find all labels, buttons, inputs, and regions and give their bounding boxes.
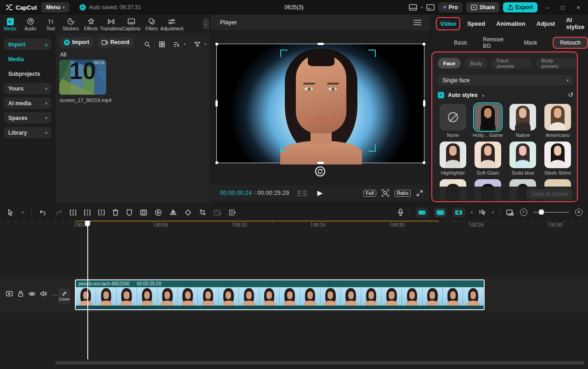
filter-icon[interactable] [194,42,200,47]
tab-media[interactable]: ▶ Media [0,17,20,31]
menu-button[interactable]: Menu ▾ [41,2,69,12]
horizontal-scrollbar[interactable] [55,361,584,364]
layout-chevron-icon[interactable]: ▾ [421,6,423,10]
tab-adjust[interactable]: Adjust [537,20,555,27]
tab-transitions[interactable]: Transitions [101,17,121,31]
preset-native[interactable]: Native [508,104,538,138]
crop-icon[interactable] [199,209,206,216]
sidebar-item-media[interactable]: Media [4,53,51,65]
play-button[interactable]: ▶ [317,189,323,197]
pill-face[interactable]: Face [438,58,461,68]
sidebar-item-spaces[interactable]: Spaces ▾ [4,112,51,124]
chevron-down-icon[interactable]: ▾ [184,42,186,46]
link-clips-button[interactable] [452,208,465,217]
preset-soda-blue[interactable]: Soda blue [508,142,538,176]
transform-handle[interactable] [215,100,218,107]
filter-all-label[interactable]: All [60,51,66,58]
transform-handle[interactable] [215,43,218,45]
auto-styles-checkbox[interactable]: ✓ [438,92,444,98]
tab-effects[interactable]: Effects [81,17,101,31]
tab-filters[interactable]: Filters [141,17,162,31]
media-clip-thumbnail[interactable]: 10 00:15 [59,60,106,95]
tab-ai-stylize[interactable]: AI stylize [566,17,588,30]
mirror-icon[interactable] [170,209,177,216]
delete-icon[interactable] [113,209,119,216]
sidebar-item-library[interactable]: Library ▾ [4,127,51,138]
trim-right-icon[interactable] [98,209,105,216]
undo-icon[interactable] [40,210,47,216]
subtab-remove-bg[interactable]: Remove BG [483,36,508,49]
reset-icon[interactable]: ↺ [568,91,573,98]
tab-stickers[interactable]: Stickers [61,17,81,31]
playhead-line[interactable] [87,221,88,359]
minimize-button[interactable]: – [541,4,553,11]
zoom-slider-knob[interactable] [539,210,544,215]
subtab-basic[interactable]: Basic [454,40,467,46]
close-button[interactable]: × [572,4,584,11]
click-select-icon[interactable] [479,209,486,216]
trim-left-icon[interactable] [84,209,90,216]
sidebar-item-yours[interactable]: Yours ▾ [4,83,51,94]
preset-americano[interactable]: Americano [543,104,573,138]
preview-zoom-icon[interactable] [382,189,389,197]
zoom-out-icon[interactable]: − [520,209,527,216]
tab-speed[interactable]: Speed [467,20,485,27]
tab-captions[interactable]: Captions [121,17,141,31]
chevron-down-icon[interactable]: ▾ [492,210,494,215]
grid-view-icon[interactable] [159,41,165,47]
chevron-down-icon[interactable]: ▾ [471,210,473,215]
layout-panels-icon[interactable] [409,4,417,11]
tab-audio[interactable]: Audio [20,17,40,31]
sidebar-item-ai-media[interactable]: AI media ▾ [4,97,51,109]
preset-soft-glam[interactable]: Soft Glam [473,142,503,176]
overlay-icon[interactable] [140,210,147,216]
export-button[interactable]: Export [503,2,537,12]
transform-handle[interactable] [423,161,425,164]
tab-video[interactable]: Video [440,20,456,27]
transform-handle[interactable] [317,43,324,45]
timeline[interactable]: 00:00 00:05 00:10 00:15 00:20 00:25 00:3… [0,221,588,369]
select-tool-icon[interactable] [7,209,14,216]
cover-button[interactable]: Cover [58,288,71,304]
pill-body-presets[interactable]: Body presets [536,58,577,68]
pill-face-presets[interactable]: Face presets [491,58,532,68]
pro-button[interactable]: ♥ Pro [438,2,462,12]
preview-axis-icon[interactable] [506,209,514,216]
video-preview[interactable] [216,44,424,163]
magnetic-snap-button[interactable] [416,208,428,217]
collapse-icon[interactable]: ▲ [481,93,485,97]
record-button[interactable]: Record [97,37,133,48]
speed-icon[interactable] [155,209,162,216]
mask-icon[interactable] [126,209,132,216]
split-icon[interactable] [70,209,76,216]
maximize-button[interactable]: □ [557,4,569,11]
compact-layout-icon[interactable] [426,4,435,11]
preset-highlighter[interactable]: Highlighter [438,142,468,176]
auto-snap-button[interactable] [434,208,447,217]
search-icon[interactable] [144,41,150,47]
voiceover-mic-icon[interactable] [398,209,403,216]
subtab-mask[interactable]: Mask [524,40,537,46]
fullscreen-icon[interactable] [416,190,423,197]
rotate-button[interactable] [315,166,325,176]
ribbon-expand-button[interactable]: › [203,18,209,29]
import-button[interactable]: + Import [60,37,93,48]
share-button[interactable]: Share [466,2,499,12]
face-mode-select[interactable]: Single face ▾ [438,75,573,85]
sidebar-item-import[interactable]: Import ▴ [4,39,51,50]
transform-handle[interactable] [423,100,425,107]
player-menu-icon[interactable] [413,20,421,25]
timeline-clip[interactable]: pexels-ron-lach-6652240 00:00:25:29 [75,279,485,310]
zoom-in-icon[interactable]: + [575,209,582,216]
rotate-icon[interactable] [185,209,192,216]
timeline-zoom-slider[interactable] [533,212,569,213]
track-more-icon[interactable]: … [52,290,58,297]
lock-icon[interactable] [18,290,23,297]
full-button[interactable]: Full [363,190,376,197]
preset-holly-game[interactable]: Holly... Game [473,104,503,138]
speaker-icon[interactable] [40,291,47,296]
frame-view-icon[interactable] [297,190,307,196]
pill-body[interactable]: Body [464,58,487,68]
tab-animation[interactable]: Animation [496,20,526,27]
transform-handle[interactable] [423,43,425,45]
